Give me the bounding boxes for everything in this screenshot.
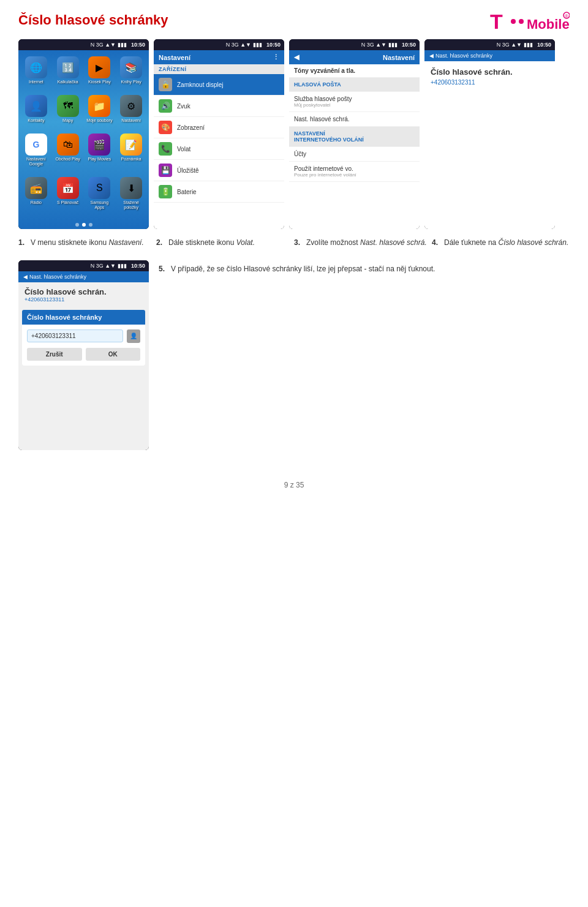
voice-item-sub-sluzba: Můj poskytovatel (294, 102, 415, 108)
app-settings[interactable]: ⚙ Nastavení (116, 92, 146, 130)
time-5: 10:50 (131, 263, 145, 269)
step-4-number: 4. (432, 238, 442, 247)
dialog-title-area: Číslo hlasové schrán. +420603123311 (18, 282, 149, 307)
phone-screen-5: N 3G ▲▼ ▮▮▮ 10:50 ◀ Nast. hlasové schrán… (18, 260, 149, 450)
signal-icons-1: N 3G ▲▼ (91, 42, 116, 48)
step-2: 2. Dále stisknete ikonu Volat. (156, 238, 294, 248)
page-footer: 9 z 35 (18, 475, 570, 489)
voice-item-nast[interactable]: Nast. hlasové schrá. (289, 112, 420, 127)
status-bar-1: N 3G ▲▼ ▮▮▮ 10:50 (18, 39, 149, 50)
step-4: 4. Dále ťuknete na Číslo hlasové schrán. (432, 238, 570, 248)
settings-item-call[interactable]: 📞 Volat (154, 138, 284, 160)
tmobile-logo-area: T Mobile ® (490, 9, 570, 34)
step-4-text: Dále ťuknete na Číslo hlasové schrán. (444, 238, 568, 248)
dialog-contact-icon[interactable]: 👤 (127, 329, 140, 343)
dialog-ok-button[interactable]: OK (86, 348, 141, 361)
settings-item-display[interactable]: 🔒 Zamknout displej (154, 74, 284, 96)
voicenum-header: ◀ Nast. hlasové schránky (424, 50, 555, 61)
step-3-text: Zvolíte možnost Nast. hlasové schrá. (306, 238, 427, 248)
settings-icon-visual: 🎨 (159, 121, 172, 134)
voice-back-icon: ◀ (294, 53, 299, 61)
svg-text:Mobile: Mobile (527, 17, 570, 32)
phone-screen-4: N 3G ▲▼ ▮▮▮ 10:50 ◀ Nast. hlasové schrán… (424, 39, 555, 229)
signal-icons-4: N 3G ▲▼ (497, 42, 522, 48)
app-shop[interactable]: 🛍 Obchod Play (53, 131, 83, 173)
home-content: 🌐 Internet 🔢 Kalkulačka ▶ Kiosek Play 📚 … (18, 50, 149, 229)
settings-header: Nastavení ⋮ (154, 50, 284, 64)
app-google-settings[interactable]: G Nastavení Google (21, 131, 51, 173)
app-maps[interactable]: 🗺 Mapy (53, 92, 83, 130)
svg-text:T: T (490, 10, 503, 33)
phone-screen-2: N 3G ▲▼ ▮▮▮ 10:50 Nastavení ⋮ ZAŘÍZENÍ 🔒… (154, 39, 284, 229)
app-radio[interactable]: 📻 Rádio (21, 175, 51, 217)
step5-text-area: 5. V případě, že se číslo Hlasové schrán… (159, 260, 435, 274)
dialog-header: ◀ Nast. hlasové schránky (18, 271, 149, 282)
dialog-main-title: Číslo hlasové schrán. (24, 287, 143, 296)
app-downloads[interactable]: ⬇ Stažené položky (116, 175, 146, 217)
voice-content: ◀ Nastavení Tóny vyzvánění a tla. HLASOV… (289, 50, 420, 229)
settings-icon-battery: 🔋 (159, 185, 172, 198)
dialog-cancel-button[interactable]: Zrušit (27, 348, 82, 361)
settings-title: Nastavení (159, 54, 190, 61)
dialog-header-title: Nast. hlasové schránky (29, 274, 86, 280)
settings-item-visual[interactable]: 🎨 Zobrazení (154, 117, 284, 138)
step-2-number: 2. (156, 238, 166, 247)
status-bar-4: N 3G ▲▼ ▮▮▮ 10:50 (424, 39, 555, 50)
step-3: 3. Zvolíte možnost Nast. hlasové schrá. (294, 238, 432, 248)
svg-text:®: ® (565, 13, 568, 19)
voice-section-hlasova: HLASOVÁ POŠTA (289, 78, 420, 92)
signal-icons-3: N 3G ▲▼ (361, 42, 386, 48)
dialog-input-row: +420603123311 👤 (27, 329, 140, 343)
dialog-content: ◀ Nast. hlasové schránky Číslo hlasové s… (18, 271, 149, 450)
settings-content: Nastavení ⋮ ZAŘÍZENÍ 🔒 Zamknout displej … (154, 50, 284, 229)
app-calculator[interactable]: 🔢 Kalkulačka (53, 54, 83, 91)
app-files[interactable]: 📁 Moje soubory (85, 92, 115, 130)
app-internet[interactable]: 🌐 Internet (21, 54, 51, 91)
step-5-number: 5. (159, 265, 168, 273)
dialog-number-display: +420603123311 (24, 296, 143, 303)
settings-item-storage[interactable]: 💾 Úložiště (154, 160, 284, 181)
voicenum-title: Číslo hlasové schrán. (424, 61, 555, 79)
settings-label-sound: Zvuk (177, 103, 190, 110)
app-books[interactable]: 📚 Knihy Play (116, 54, 146, 91)
app-notes[interactable]: 📝 Poznámka (116, 131, 146, 173)
page-dots (18, 220, 149, 229)
voicenum-back-icon: ◀ (429, 53, 434, 59)
app-samsung-apps[interactable]: S Samsung Apps (85, 175, 115, 217)
dialog-phone-input[interactable]: +420603123311 (27, 329, 123, 342)
phone-screen-3: N 3G ▲▼ ▮▮▮ 10:50 ◀ Nastavení Tóny vyzvá… (289, 39, 420, 229)
settings-icon-display: 🔒 (159, 78, 172, 91)
dialog-box-title: Číslo hlasové schránky (22, 310, 145, 325)
settings-item-battery[interactable]: 🔋 Baterie (154, 181, 284, 203)
settings-icon-storage: 💾 (159, 164, 172, 177)
settings-label-visual: Zobrazení (177, 124, 205, 131)
time-4: 10:50 (537, 42, 551, 48)
step5-row: N 3G ▲▼ ▮▮▮ 10:50 ◀ Nast. hlasové schrán… (18, 260, 570, 450)
voice-item-ucty[interactable]: Účty (289, 147, 420, 162)
voice-section-internet: NASTAVENÍINTERNETOVÉHO VOLÁNÍ (289, 127, 420, 147)
dialog-box: Číslo hlasové schránky +420603123311 👤 Z… (22, 310, 145, 366)
time-2: 10:50 (266, 42, 281, 48)
battery-icon-1: ▮▮▮ (118, 42, 127, 48)
app-contacts[interactable]: 👤 Kontakty (21, 92, 51, 130)
settings-section: ZAŘÍZENÍ (154, 64, 284, 74)
settings-label-display: Zamknout displej (177, 81, 224, 88)
page-title: Číslo hlasové schránky (18, 12, 570, 28)
settings-label-storage: Úložiště (177, 167, 199, 174)
app-grid: 🌐 Internet 🔢 Kalkulačka ▶ Kiosek Play 📚 … (18, 50, 149, 220)
app-movies[interactable]: 🎬 Play Movies (85, 131, 115, 173)
screenshots-row: N 3G ▲▼ ▮▮▮ 10:50 🌐 Internet 🔢 Kalkulačk… (18, 39, 570, 229)
app-planner[interactable]: 📅 S Plánovač (53, 175, 83, 217)
voice-item-sluzba[interactable]: Služba hlasové pošty Můj poskytovatel (289, 92, 420, 112)
voice-item-pouzit[interactable]: Použít internetové vo. Pouze pro interne… (289, 162, 420, 182)
battery-icon-4: ▮▮▮ (524, 42, 533, 48)
settings-label-call: Volat (177, 146, 190, 152)
time-1: 10:50 (131, 42, 145, 48)
voicenum-number: +420603132311 (424, 79, 555, 92)
app-kiosk[interactable]: ▶ Kiosek Play (85, 54, 115, 91)
status-bar-3: N 3G ▲▼ ▮▮▮ 10:50 (289, 39, 420, 50)
settings-icon-call: 📞 (159, 142, 172, 156)
tmobile-logo-svg: T Mobile ® (490, 9, 570, 34)
settings-item-sound[interactable]: 🔊 Zvuk (154, 96, 284, 117)
voice-prev-section: Tóny vyzvánění a tla. (289, 64, 420, 78)
